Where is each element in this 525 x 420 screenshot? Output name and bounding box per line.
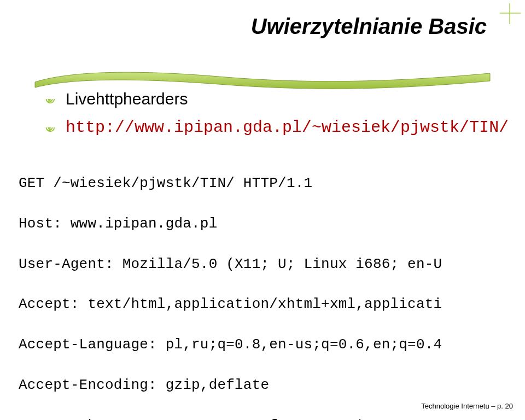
title-underline — [33, 66, 492, 90]
code-line: Accept-Encoding: gzip,deflate — [19, 375, 525, 395]
code-line: Host: www.ipipan.gda.pl — [19, 214, 525, 234]
code-line: User-Agent: Mozilla/5.0 (X11; U; Linux i… — [19, 254, 525, 275]
code-line: GET /~wiesiek/pjwstk/TIN/ HTTP/1.1 — [19, 173, 525, 194]
code-line: Accept: text/html,application/xhtml+xml,… — [19, 294, 525, 314]
http-request-block: GET /~wiesiek/pjwstk/TIN/ HTTP/1.1 Host:… — [19, 153, 525, 420]
bullet-item-1: Livehttphearders — [44, 90, 188, 108]
slide: Uwierzytelnianie Basic Livehttphearders … — [0, 0, 525, 420]
spiral-icon — [44, 93, 56, 105]
code-line: Accept-Charset: ISO-8859-1,utf-8;q=0.7,*… — [19, 416, 525, 420]
slide-title: Uwierzytelnianie Basic — [251, 14, 487, 39]
spiral-icon — [44, 121, 56, 133]
corner-decoration — [499, 2, 523, 26]
bullet-text-1: Livehttphearders — [66, 90, 188, 108]
code-line: Accept-Language: pl,ru;q=0.8,en-us;q=0.6… — [19, 335, 525, 355]
bullet-item-2: http://www.ipipan.gda.pl/~wiesiek/pjwstk… — [44, 118, 509, 137]
bullet-link: http://www.ipipan.gda.pl/~wiesiek/pjwstk… — [66, 118, 509, 137]
footer-page-number: Technologie Internetu – p. 20 — [421, 402, 513, 410]
